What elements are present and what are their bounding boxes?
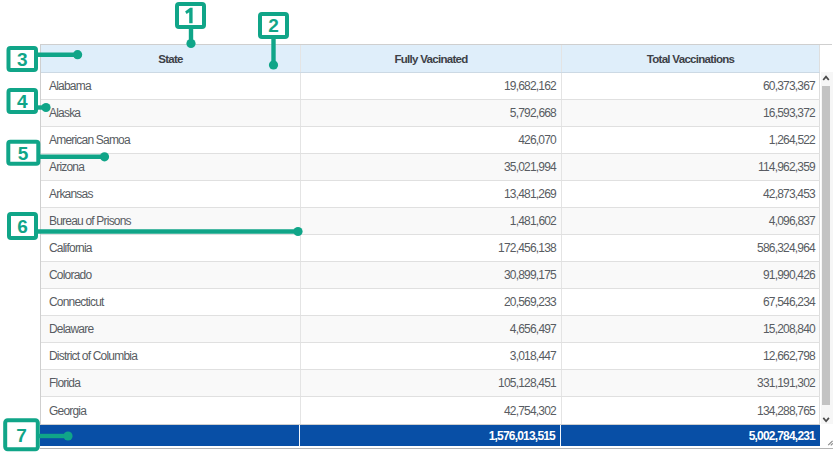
svg-text:5: 5 xyxy=(18,143,29,164)
svg-text:2: 2 xyxy=(268,15,279,36)
svg-text:6: 6 xyxy=(17,216,28,237)
svg-text:4: 4 xyxy=(17,91,28,112)
svg-text:7: 7 xyxy=(16,425,27,446)
svg-text:3: 3 xyxy=(17,49,28,70)
